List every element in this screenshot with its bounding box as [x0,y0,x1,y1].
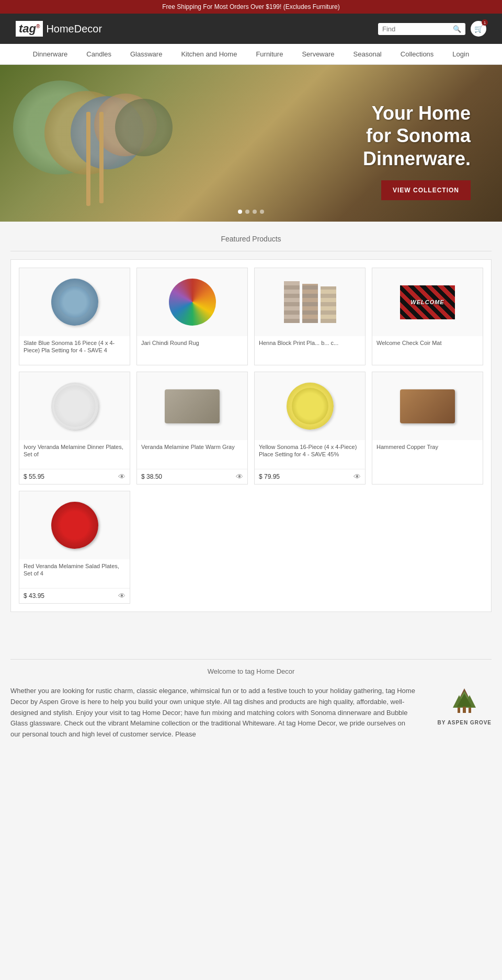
view-collection-button[interactable]: VIEW COLLECTION [381,180,471,200]
spacer [0,612,502,638]
product-image-area [19,491,130,559]
nav-item-furniture[interactable]: Furniture [246,44,292,64]
header-right: 🔍 🛒 1 [378,21,486,37]
nav-item-candles[interactable]: Candles [77,44,121,64]
search-input[interactable] [382,25,450,33]
nav-item-serveware[interactable]: Serveware [292,44,344,64]
product-info: Welcome Check Coir Mat [372,336,483,365]
product-price: $ 55.95 [24,473,44,480]
product-name: Slate Blue Sonoma 16 Piece (4 x 4-Piece)… [24,339,126,354]
product-name: Veranda Melamine Plate Warm Gray [141,443,243,451]
header: tag® HomeDecor 🔍 🛒 1 [0,14,502,44]
product-price: $ 38.50 [141,473,162,480]
featured-divider [10,251,492,251]
product-footer: $ 55.95👁 [19,469,130,484]
nav-item-glassware[interactable]: Glassware [121,44,172,64]
hero-dot-3[interactable] [253,210,257,214]
product-card: WELCOMEWelcome Check Coir Mat [372,268,483,365]
product-price: $ 79.95 [259,473,280,480]
product-image-area [19,268,130,336]
nav-item-kitchen-and-home[interactable]: Kitchen and Home [172,44,246,64]
product-name: Ivory Veranda Melamine Dinner Plates, Se… [24,443,126,458]
logo-dot: ® [36,24,40,29]
aspen-grove-logo [443,686,485,717]
featured-title: Featured Products [10,235,492,243]
product-footer: $ 38.50👁 [137,469,247,484]
product-card: Henna Block Print Pla... b... c... [254,268,366,365]
nav-item-login[interactable]: Login [443,44,478,64]
product-info: Jari Chindi Round Rug [137,336,247,365]
top-banner: Free Shipping For Most Orders Over $199!… [0,0,502,14]
svg-rect-5 [463,707,466,713]
product-image-area [255,372,365,440]
product-price: $ 43.95 [24,592,44,599]
featured-section: Featured Products Slate Blue Sonoma 16 P… [0,222,502,612]
product-card: Veranda Melamine Plate Warm Gray$ 38.50👁 [136,372,248,485]
quick-view-icon[interactable]: 👁 [118,472,126,481]
hero-banner: Your Homefor SonomaDinnerware. VIEW COLL… [0,65,502,222]
product-card: Red Veranda Melamine Salad Plates, Set o… [19,491,130,604]
product-info: Slate Blue Sonoma 16 Piece (4 x 4-Piece)… [19,336,130,365]
product-name: Welcome Check Coir Mat [376,339,478,347]
hero-plates-decor [13,80,107,175]
product-info: Veranda Melamine Plate Warm Gray [137,440,247,469]
product-info: Ivory Veranda Melamine Dinner Plates, Se… [19,440,130,469]
banner-text: Free Shipping For Most Orders Over $199!… [162,3,339,10]
nav-item-collections[interactable]: Collections [391,44,443,64]
product-card: Yellow Sonoma 16-Piece (4 x 4-Piece) Pla… [254,372,366,485]
product-name: Henna Block Print Pla... b... c... [259,339,361,347]
hero-dot-4[interactable] [260,210,264,214]
product-image-area [137,268,247,336]
hero-dot-2[interactable] [245,210,249,214]
footer-section: Welcome to tag Home Decor Whether you ar… [0,638,502,751]
product-card: Slate Blue Sonoma 16 Piece (4 x 4-Piece)… [19,268,130,365]
main-nav: DinnerwareCandlesGlasswareKitchen and Ho… [0,44,502,65]
product-card: Ivory Veranda Melamine Dinner Plates, Se… [19,372,130,485]
hero-content: Your Homefor SonomaDinnerware. VIEW COLL… [363,86,502,200]
search-box[interactable]: 🔍 [378,23,465,35]
cart-icon[interactable]: 🛒 1 [471,21,486,37]
product-name: Jari Chindi Round Rug [141,339,243,347]
hero-title: Your Homefor SonomaDinnerware. [363,102,471,170]
nav-item-dinnerware[interactable]: Dinnerware [24,44,77,64]
quick-view-icon[interactable]: 👁 [236,472,243,481]
product-card: Jari Chindi Round Rug [136,268,248,365]
product-image-area: WELCOME [372,268,483,336]
product-image-area [137,372,247,440]
aspen-grove-text: BY ASPEN GROVE [438,720,492,725]
footer-body-text: Whether you are looking for rustic charm… [10,686,417,740]
svg-rect-6 [458,708,460,713]
nav-item-seasonal[interactable]: Seasonal [344,44,391,64]
product-card: Hammered Copper Tray [372,372,483,485]
product-name: Yellow Sonoma 16-Piece (4 x 4-Piece) Pla… [259,443,361,458]
footer-divider [10,659,492,660]
hero-dots [238,210,264,214]
logo-tag: tag® [16,21,43,37]
search-icon: 🔍 [453,25,461,33]
product-name: Red Veranda Melamine Salad Plates, Set o… [24,562,126,578]
quick-view-icon[interactable]: 👁 [118,592,126,600]
product-name: Hammered Copper Tray [376,443,478,451]
products-grid: Slate Blue Sonoma 16 Piece (4 x 4-Piece)… [10,259,492,612]
footer-logo-area: BY ASPEN GROVE [438,686,492,725]
product-info: Red Veranda Melamine Salad Plates, Set o… [19,559,130,588]
hero-dot-1[interactable] [238,210,242,214]
product-image-area [19,372,130,440]
product-info: Hammered Copper Tray [372,440,483,469]
product-info: Henna Block Print Pla... b... c... [255,336,365,365]
product-footer: $ 79.95👁 [255,469,365,484]
product-footer: $ 43.95👁 [19,588,130,603]
footer-content: Whether you are looking for rustic charm… [10,686,492,740]
product-image-area [372,372,483,440]
svg-rect-7 [469,708,471,713]
logo-area: tag® HomeDecor [16,21,102,37]
product-info: Yellow Sonoma 16-Piece (4 x 4-Piece) Pla… [255,440,365,469]
logo-text: HomeDecor [46,23,102,35]
quick-view-icon[interactable]: 👁 [353,472,361,481]
cart-badge: 1 [482,19,488,26]
product-image-area [255,268,365,336]
footer-welcome-title: Welcome to tag Home Decor [10,667,492,675]
